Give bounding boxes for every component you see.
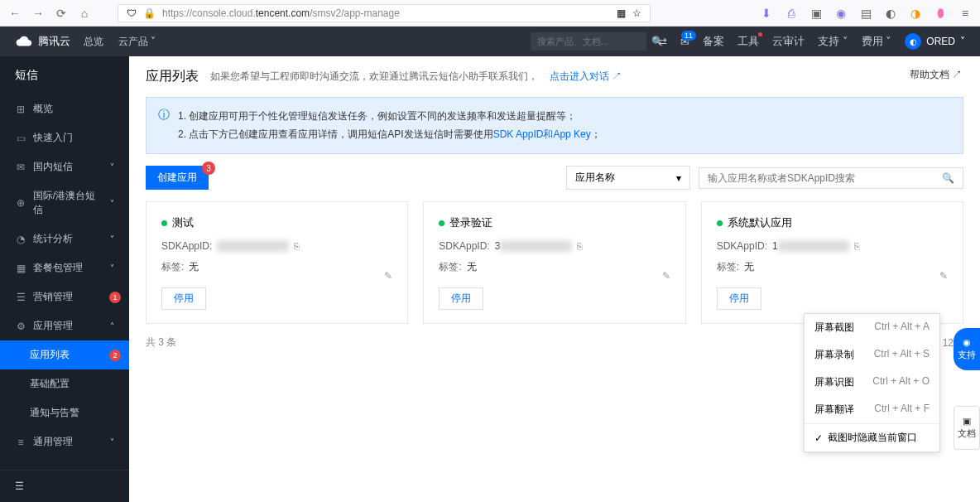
sidebar-icon: ✉ xyxy=(15,162,26,173)
disable-button[interactable]: 停用 xyxy=(439,287,483,310)
sidebar-label: 国际/港澳台短信 xyxy=(33,189,103,217)
ctx-item[interactable]: 屏幕识图Ctrl + Alt + O xyxy=(805,369,939,396)
nav-overview[interactable]: 总览 xyxy=(84,35,103,49)
nav-cost[interactable]: 费用 ˅ xyxy=(862,34,892,49)
ctx-item[interactable]: 屏幕截图Ctrl + Alt + A xyxy=(805,314,939,341)
account-icon[interactable]: ◉ xyxy=(834,7,848,20)
sidebar-collapse[interactable]: ☰ xyxy=(0,470,129,502)
addon-icon[interactable]: ▣ xyxy=(809,7,823,20)
float-support-button[interactable]: ◉支持 xyxy=(954,328,980,370)
sidebar-item[interactable]: ≡通用管理˅ xyxy=(0,427,129,456)
nav-audit[interactable]: 云审计 xyxy=(772,34,805,49)
card-title: 系统默认应用 xyxy=(717,215,948,230)
ctx-checkbox[interactable]: ✓截图时隐藏当前窗口 xyxy=(805,423,939,451)
sidebar-icon: ◔ xyxy=(15,234,26,245)
ext2-icon[interactable]: ◐ xyxy=(884,7,897,20)
status-dot xyxy=(439,220,444,226)
sidebar-item[interactable]: 基础配置 xyxy=(0,369,129,398)
info-icon: ⓘ xyxy=(158,108,170,143)
edit-icon[interactable]: ✎ xyxy=(662,270,670,282)
sdk-row: SDKAppID:10000000⎘ xyxy=(717,240,948,252)
download-icon[interactable]: ⬇ xyxy=(760,7,773,20)
pagesize[interactable]: 12 xyxy=(943,337,954,349)
edit-icon[interactable]: ✎ xyxy=(384,270,392,282)
page-subtitle: 如果您希望与工程师即时沟通交流，欢迎通过腾讯云短信小助手联系我们， xyxy=(210,70,538,84)
search-input[interactable] xyxy=(537,36,651,46)
chevron-icon: ˅ xyxy=(110,162,114,171)
brand-logo[interactable]: 腾讯云 xyxy=(15,32,70,51)
ext1-icon[interactable]: ▤ xyxy=(859,7,872,20)
sidebar-item[interactable]: ▭快速入门 xyxy=(0,123,129,152)
nav-beian[interactable]: 备案 xyxy=(703,34,724,49)
nav-tools[interactable]: 工具 xyxy=(737,34,759,49)
disable-button[interactable]: 停用 xyxy=(717,287,761,310)
sidebar-item[interactable]: 通知与告警 xyxy=(0,398,129,427)
mail-icon[interactable]: ✉11 xyxy=(680,36,689,48)
sidebar: 短信 ⊞概览▭快速入门✉国内短信˅⊕国际/港澳台短信˅◔统计分析˅▦套餐包管理˅… xyxy=(0,56,129,502)
sidebar-item[interactable]: ◔统计分析˅ xyxy=(0,224,129,253)
user-menu[interactable]: ◐ ORED ˅ xyxy=(905,33,965,50)
sidebar-label: 快速入门 xyxy=(33,131,73,145)
edit-icon[interactable]: ✎ xyxy=(939,270,948,282)
ext4-icon[interactable]: ⬮ xyxy=(934,7,947,20)
sidebar-item[interactable]: 应用列表2 xyxy=(0,340,129,369)
username: ORED xyxy=(926,36,955,47)
sidebar-icon: ▦ xyxy=(15,263,26,274)
library-icon[interactable]: ⎙ xyxy=(785,7,798,20)
filter-search[interactable]: 🔍 xyxy=(699,167,963,189)
copy-icon[interactable]: ⎘ xyxy=(854,241,860,251)
filter-input[interactable] xyxy=(708,172,942,184)
qr-icon[interactable]: ▦ xyxy=(617,7,626,19)
copy-icon[interactable]: ⎘ xyxy=(577,241,583,251)
global-search[interactable]: 🔍 xyxy=(531,32,646,51)
chevron-down-icon: ˅ xyxy=(960,36,965,47)
browser-toolbar: ← → ⟳ ⌂ 🛡 🔒 https://console.cloud.tencen… xyxy=(0,0,980,27)
sdk-row: SDKAppID:30000000⎘ xyxy=(439,240,670,252)
filter-select[interactable]: 应用名称▾ xyxy=(566,166,690,190)
status-dot xyxy=(161,220,167,226)
sidebar-item[interactable]: ✉国内短信˅ xyxy=(0,152,129,181)
create-app-button[interactable]: 创建应用 3 xyxy=(146,166,209,190)
sidebar-item[interactable]: ▦套餐包管理˅ xyxy=(0,253,129,282)
star-icon[interactable]: ☆ xyxy=(632,7,641,19)
browser-actions: ⬇ ⎙ ▣ ◉ ▤ ◐ ◑ ⬮ ≡ xyxy=(760,7,972,20)
sidebar-label: 套餐包管理 xyxy=(33,261,83,275)
sidebar-label: 营销管理 xyxy=(33,290,73,304)
chat-link[interactable]: 点击进入对话 ↗ xyxy=(550,70,622,84)
home-icon[interactable]: ⌂ xyxy=(78,7,91,20)
reload-icon[interactable]: ⟳ xyxy=(55,7,68,20)
mail-badge: 11 xyxy=(681,31,696,41)
check-icon: ✓ xyxy=(814,432,823,444)
cloud-icon xyxy=(15,32,33,51)
sidebar-label: 应用管理 xyxy=(33,319,73,333)
ctx-item[interactable]: 屏幕翻译Ctrl + Alt + F xyxy=(805,396,939,423)
ctx-item[interactable]: 屏幕录制Ctrl + Alt + S xyxy=(805,341,939,369)
float-doc-button[interactable]: ▣文档 xyxy=(954,406,980,450)
sidebar-item[interactable]: ☰营销管理˅1 xyxy=(0,282,129,311)
notice-line2: 2. 点击下方已创建应用查看应用详情，调用短信API发送短信时需要使用SDK A… xyxy=(178,126,601,144)
total-count: 共 3 条 xyxy=(146,335,176,350)
help-doc-link[interactable]: 帮助文档 ↗ xyxy=(910,68,962,82)
disable-button[interactable]: 停用 xyxy=(161,287,206,310)
sidebar-item[interactable]: ⊞概览 xyxy=(0,94,129,123)
shield-icon: 🛡 xyxy=(127,7,137,19)
forward-icon[interactable]: → xyxy=(31,7,45,20)
sidebar-item[interactable]: ⊕国际/港澳台短信˅ xyxy=(0,181,129,224)
search-icon[interactable]: 🔍 xyxy=(942,172,954,184)
red-dot xyxy=(758,32,762,36)
sidebar-icon: ☰ xyxy=(15,292,26,303)
nav-products[interactable]: 云产品 ˅ xyxy=(118,35,156,49)
nav-support[interactable]: 支持 ˅ xyxy=(818,34,848,49)
copy-icon[interactable]: ⎘ xyxy=(294,241,300,251)
tag-row: 标签:无 xyxy=(161,260,392,274)
avatar: ◐ xyxy=(905,33,921,50)
shortcut-icon[interactable]: ⇄ xyxy=(658,36,667,48)
menu-icon[interactable]: ≡ xyxy=(958,7,972,20)
back-icon[interactable]: ← xyxy=(8,7,22,20)
badge: 1 xyxy=(109,292,121,303)
ext3-icon[interactable]: ◑ xyxy=(909,7,922,20)
info-notice: ⓘ 1. 创建应用可用于个性化管理短信发送任务，例如设置不同的发送频率和发送超量… xyxy=(146,97,963,154)
url-bar[interactable]: 🛡 🔒 https://console.cloud.tencent.com/sm… xyxy=(118,4,651,22)
chevron-down-icon: ▾ xyxy=(676,172,681,184)
sidebar-item[interactable]: ⚙应用管理˄ xyxy=(0,311,129,340)
